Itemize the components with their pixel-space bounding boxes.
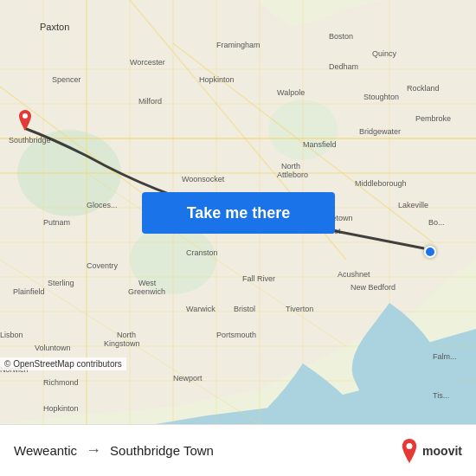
- svg-text:Tis...: Tis...: [433, 391, 449, 400]
- svg-text:Middleborough: Middleborough: [355, 179, 407, 188]
- origin-dot: [424, 246, 436, 258]
- svg-text:Pembroke: Pembroke: [415, 114, 451, 123]
- svg-text:Milford: Milford: [138, 97, 162, 106]
- svg-text:Greenwich: Greenwich: [128, 287, 165, 296]
- svg-text:Lakeville: Lakeville: [398, 201, 428, 209]
- svg-text:Paxton: Paxton: [40, 22, 69, 32]
- svg-text:Warwick: Warwick: [186, 305, 215, 313]
- svg-text:Framingham: Framingham: [216, 41, 261, 49]
- svg-point-80: [407, 443, 413, 449]
- svg-text:Lisbon: Lisbon: [0, 331, 23, 339]
- svg-text:North: North: [117, 331, 136, 339]
- svg-text:Spencer: Spencer: [52, 75, 81, 84]
- svg-text:Quincy: Quincy: [372, 49, 397, 58]
- svg-text:Acushnet: Acushnet: [338, 270, 370, 279]
- svg-text:Stoughton: Stoughton: [363, 93, 399, 101]
- svg-text:Fall River: Fall River: [242, 274, 275, 283]
- svg-text:Putnam: Putnam: [43, 218, 70, 227]
- to-location: Southbridge Town: [110, 443, 214, 458]
- svg-text:Newport: Newport: [173, 374, 203, 383]
- svg-text:Hopkinton: Hopkinton: [43, 404, 79, 413]
- svg-text:Falm...: Falm...: [433, 352, 457, 361]
- svg-text:Walpole: Walpole: [277, 88, 305, 97]
- arrow-icon: →: [86, 441, 101, 460]
- svg-text:Sterling: Sterling: [48, 279, 74, 287]
- svg-text:West: West: [138, 279, 157, 287]
- svg-text:Woonsocket: Woonsocket: [182, 175, 225, 183]
- moovit-text: moovit: [422, 444, 462, 458]
- map-attribution: © OpenStreetMap contributors: [0, 357, 126, 370]
- moovit-logo: moovit: [400, 439, 462, 463]
- moovit-pin-icon: [400, 439, 419, 463]
- svg-text:Cranston: Cranston: [186, 248, 218, 257]
- svg-text:Hopkinton: Hopkinton: [199, 75, 235, 84]
- svg-point-79: [23, 113, 28, 119]
- destination-pin: [17, 110, 33, 131]
- svg-text:Bristol: Bristol: [234, 305, 255, 313]
- map-container: Paxton Southbridge Worcester Framingham …: [0, 0, 476, 424]
- svg-text:Coventry: Coventry: [87, 261, 119, 270]
- svg-text:Bo...: Bo...: [428, 218, 445, 227]
- svg-text:Mansfield: Mansfield: [303, 140, 337, 149]
- svg-text:Gloces...: Gloces...: [87, 201, 118, 209]
- svg-text:Rockland: Rockland: [407, 84, 440, 93]
- svg-text:Attleboro: Attleboro: [277, 170, 308, 179]
- svg-text:Dedham: Dedham: [329, 62, 358, 71]
- svg-text:North: North: [281, 162, 300, 170]
- take-me-there-button[interactable]: Take me there: [142, 192, 335, 234]
- svg-text:New Bedford: New Bedford: [351, 283, 396, 292]
- svg-text:Richmond: Richmond: [43, 378, 79, 387]
- svg-text:Worcester: Worcester: [130, 58, 165, 67]
- svg-text:Bridgewater: Bridgewater: [359, 127, 401, 136]
- svg-text:Boston: Boston: [329, 32, 353, 41]
- svg-text:Plainfield: Plainfield: [13, 287, 45, 296]
- svg-text:Portsmouth: Portsmouth: [216, 331, 256, 339]
- svg-text:Tiverton: Tiverton: [286, 305, 313, 313]
- from-location: Weweantic: [14, 443, 77, 458]
- svg-text:Kingstown: Kingstown: [104, 339, 140, 348]
- bottom-bar: Weweantic → Southbridge Town moovit: [0, 424, 476, 476]
- svg-text:Voluntown: Voluntown: [35, 344, 71, 352]
